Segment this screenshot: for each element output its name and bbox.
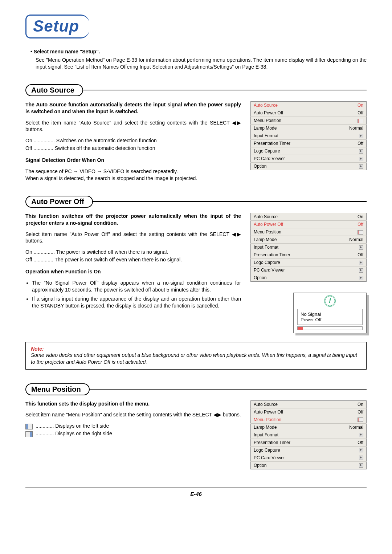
mp-right: ............. Displays on the right side [25, 430, 241, 437]
auto-source-off: Off .............. Switches off the auto… [25, 145, 241, 152]
menu-table-auto-source: Auto SourceOnAuto Power OffOffMenu Posit… [250, 101, 367, 170]
auto-source-bold1: The Auto Source function automatically d… [25, 101, 241, 115]
apo-bold2: Operation when Function is On [25, 268, 241, 275]
apo-b2: If a signal is input during the appearan… [32, 296, 241, 309]
page-footer: E-46 [25, 488, 367, 497]
page-title: Setup [33, 17, 79, 35]
auto-source-on: On ............... Switches on the autom… [25, 137, 241, 144]
section-divider [82, 90, 367, 90]
section-heading-auto-power-off: Auto Power Off [25, 196, 93, 208]
no-signal-line2: Power Off [301, 317, 359, 322]
mp-p1: Select item name "Menu Position" and sel… [25, 411, 241, 418]
auto-source-p3: When a signal is detected, the search is… [25, 175, 241, 182]
section-divider [89, 389, 367, 390]
mp-left: ............. Displays on the left side [25, 423, 241, 429]
right-position-icon [25, 431, 33, 437]
note-title: Note: [31, 346, 361, 352]
apo-bold1: This function switches off the projector… [25, 213, 241, 227]
no-signal-box: i No Signal Power Off [293, 293, 367, 333]
section-heading-auto-source: Auto Source [25, 84, 83, 96]
left-position-icon [25, 424, 33, 429]
no-signal-line1: No Signal [301, 311, 359, 317]
auto-source-p2: The sequence of PC → VIDEO → S-VIDEO is … [25, 168, 241, 175]
menu-table-menu-position: Auto SourceOnAuto Power OffOffMenu Posit… [250, 400, 367, 469]
progress-bar [297, 326, 363, 330]
apo-p1: Select item name "Auto Power Off" and se… [25, 231, 241, 245]
info-icon: i [324, 295, 336, 307]
section-heading-menu-position: Menu Position [25, 383, 90, 395]
note-body: Some video decks and other equipment out… [31, 352, 361, 366]
note-box: Note: Some video decks and other equipme… [25, 342, 367, 370]
intro-text: See "Menu Operation Method" on Page E-33… [36, 57, 367, 70]
apo-off: Off .............. The power is not swit… [25, 256, 241, 263]
intro-bullet: • Select menu name "Setup". [30, 49, 367, 54]
page-title-box: Setup [25, 15, 89, 38]
auto-source-p1: Select the item name "Auto Source" and s… [25, 119, 241, 133]
auto-source-bold2: Signal Detection Order When On [25, 157, 241, 164]
menu-table-auto-power-off: Auto SourceOnAuto Power OffOffMenu Posit… [250, 213, 367, 282]
section-divider [92, 201, 367, 202]
mp-bold1: This function sets the display position … [25, 400, 241, 407]
apo-b1: The "No Signal Power Off" display appear… [32, 280, 241, 293]
apo-on: On ............... The power is switched… [25, 249, 241, 256]
